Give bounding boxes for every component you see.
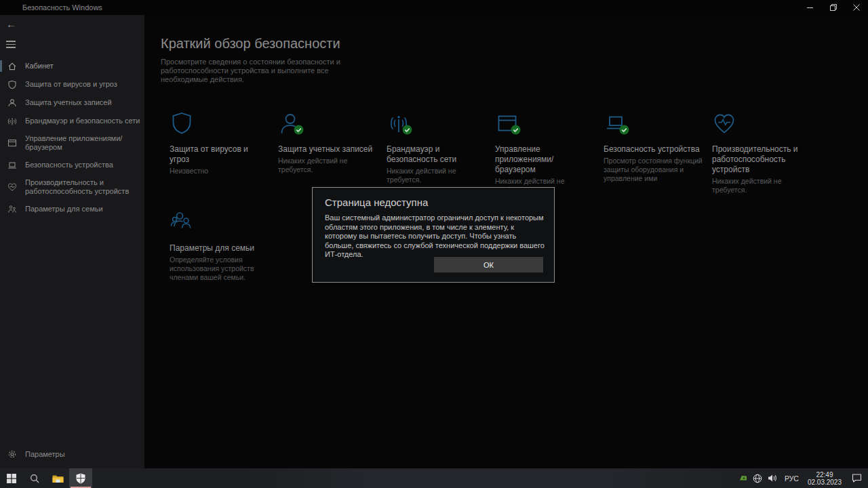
action-center-button[interactable] <box>846 468 868 488</box>
dialog-body: Ваш системный администратор ограничил до… <box>325 214 545 260</box>
page-unavailable-dialog: Страница недоступна Ваш системный админи… <box>312 187 555 283</box>
tile-title: Защита от вирусов и угроз <box>170 144 269 165</box>
dialog-title: Страница недоступна <box>325 197 428 208</box>
person-icon <box>7 98 17 108</box>
sidebar-item-label: Безопасность устройства <box>25 161 113 169</box>
heart-health-icon <box>712 110 736 136</box>
tile-virus-threat-protection[interactable]: Защита от вирусов и угроз Неизвестно <box>170 110 278 195</box>
sidebar-item-label: Кабинет <box>25 62 54 70</box>
nvidia-tray-icon[interactable] <box>736 468 750 488</box>
check-badge-icon <box>294 125 304 135</box>
sidebar-item-label: Защита от вирусов и угроз <box>25 80 117 89</box>
check-badge-icon <box>402 125 412 135</box>
nvidia-eye-icon <box>739 475 747 481</box>
sidebar-item-virus-protection[interactable]: Защита от вирусов и угроз <box>0 75 144 94</box>
sidebar-item-family-options[interactable]: Параметры для семьи <box>0 200 144 218</box>
restore-button[interactable] <box>822 0 845 15</box>
sidebar-item-label: Производительность и работоспособность у… <box>25 178 140 196</box>
heart-health-icon <box>7 182 17 192</box>
folder-icon <box>52 474 64 483</box>
restore-icon <box>830 4 837 11</box>
clock[interactable]: 22:49 02.03.2023 <box>804 468 846 488</box>
network-signal-icon <box>7 117 17 126</box>
tile-title: Брандмауэр и безопасность сети <box>387 144 486 165</box>
selection-indicator <box>0 60 2 72</box>
clock-time: 22:49 <box>808 471 842 479</box>
tile-title: Безопасность устройства <box>604 144 703 155</box>
tile-family-options[interactable]: Параметры для семьи Определяйте условия … <box>170 209 278 283</box>
family-icon <box>7 205 17 214</box>
security-shield-icon <box>76 473 85 484</box>
windows-security-taskbar-button[interactable] <box>69 468 92 488</box>
back-button[interactable]: ← <box>6 18 16 30</box>
tile-title: Производительность и работоспособность у… <box>712 144 811 175</box>
clock-date: 02.03.2023 <box>808 479 842 486</box>
tile-app-browser-control[interactable]: Управление приложениями/браузером Никаки… <box>495 110 604 195</box>
sidebar-item-firewall[interactable]: Брандмауэр и безопасность сети <box>0 112 144 130</box>
laptop-icon <box>7 161 17 170</box>
search-button[interactable] <box>23 468 46 488</box>
shield-icon <box>7 80 17 89</box>
title-bar: Безопасность Windows <box>0 0 868 15</box>
home-icon <box>7 62 17 71</box>
gear-icon <box>7 449 17 459</box>
family-icon <box>170 209 194 235</box>
sidebar-item-home[interactable]: Кабинет <box>0 57 144 75</box>
minimize-button[interactable] <box>799 0 822 15</box>
close-icon <box>853 4 860 11</box>
sidebar-item-device-performance[interactable]: Производительность и работоспособность у… <box>0 174 144 200</box>
language-indicator[interactable]: РУС <box>780 468 804 488</box>
app-window-icon <box>7 138 17 148</box>
sidebar: ← Кабинет Защита от вирусов и угроз Защи… <box>0 15 144 468</box>
sidebar-item-account-protection[interactable]: Защита учетных записей <box>0 94 144 112</box>
search-icon <box>30 474 39 483</box>
window-title: Безопасность Windows <box>22 3 102 12</box>
tile-status: Никаких действий не требуется. <box>387 167 486 184</box>
shield-icon <box>170 110 194 136</box>
tile-firewall-network[interactable]: Брандмауэр и безопасность сети Никаких д… <box>387 110 495 195</box>
sidebar-item-label: Параметры для семьи <box>25 205 103 214</box>
tile-status: Никаких действий не требуется. <box>278 157 377 174</box>
sidebar-item-label: Брандмауэр и безопасность сети <box>25 117 140 125</box>
sidebar-item-device-security[interactable]: Безопасность устройства <box>0 156 144 174</box>
tile-title: Параметры для семьи <box>170 243 269 253</box>
check-badge-icon <box>511 125 521 135</box>
volume-tray-icon[interactable] <box>765 468 780 488</box>
tile-status: Просмотр состояния функций защиты оборуд… <box>604 157 703 183</box>
ok-button[interactable]: ОК <box>434 257 543 272</box>
tile-account-protection[interactable]: Защита учетных записей Никаких действий … <box>278 110 387 195</box>
tile-title: Защита учетных записей <box>278 144 377 155</box>
file-explorer-button[interactable] <box>46 468 69 488</box>
tile-title: Управление приложениями/браузером <box>495 144 594 175</box>
sidebar-item-app-browser-control[interactable]: Управление приложениями/браузером <box>0 130 144 156</box>
taskbar: РУС 22:49 02.03.2023 <box>0 468 868 488</box>
tile-device-security[interactable]: Безопасность устройства Просмотр состоян… <box>604 110 712 195</box>
globe-icon <box>753 474 762 483</box>
tile-status: Никаких действий не требуется. <box>712 177 811 195</box>
page-subtitle: Просмотрите сведения о состоянии безопас… <box>161 58 345 84</box>
notification-icon <box>852 474 862 483</box>
windows-logo-icon <box>7 474 16 483</box>
settings-label: Параметры <box>25 450 65 459</box>
sidebar-item-label: Защита учетных записей <box>25 98 112 107</box>
speaker-icon <box>768 474 777 483</box>
tile-status: Определяйте условия использования устрой… <box>170 256 269 282</box>
close-button[interactable] <box>845 0 868 15</box>
page-title: Краткий обзор безопасности <box>161 36 340 52</box>
check-badge-icon <box>619 125 629 135</box>
tile-status: Неизвестно <box>170 167 269 176</box>
menu-button[interactable] <box>6 41 16 50</box>
network-tray-icon[interactable] <box>750 468 765 488</box>
tile-device-performance[interactable]: Производительность и работоспособность у… <box>712 110 821 195</box>
start-button[interactable] <box>0 468 23 488</box>
minimize-icon <box>807 4 814 11</box>
desktop: Безопасность Windows ← Кабинет <box>0 0 868 488</box>
sidebar-item-label: Управление приложениями/браузером <box>25 134 140 152</box>
sidebar-item-settings[interactable]: Параметры <box>0 445 144 463</box>
